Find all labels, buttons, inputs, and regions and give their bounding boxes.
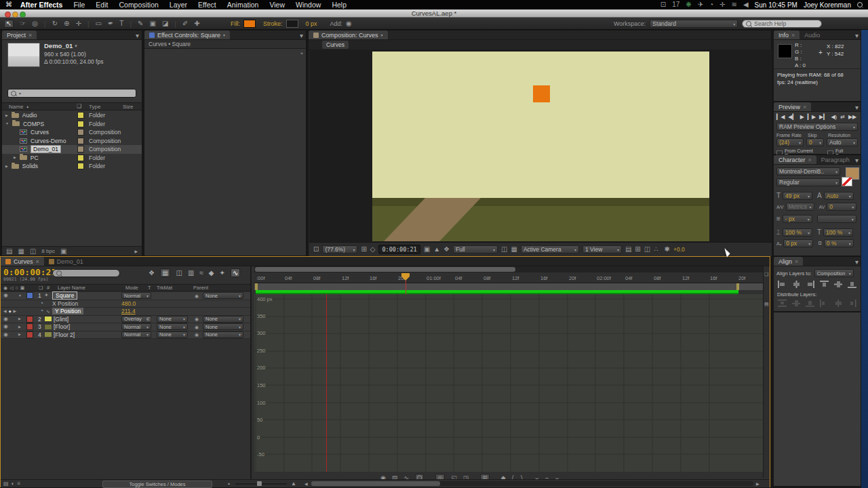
layer-name[interactable]: [Floor] — [54, 323, 70, 330]
stroke-width-value[interactable]: 0 px — [306, 20, 317, 27]
font-size-dropdown[interactable]: 49 px▾ — [783, 192, 812, 200]
viewer-timecode[interactable]: 0:00:00:21 — [378, 245, 420, 254]
project-item-name[interactable]: Demo_01 — [44, 42, 73, 49]
pickwhip-icon[interactable]: ◉ — [195, 293, 199, 298]
expand-icon[interactable]: ▶ — [5, 114, 8, 117]
frame-rate-dropdown[interactable]: (24)▾ — [776, 138, 804, 146]
next-keyframe-icon[interactable]: ▶ — [13, 309, 16, 313]
selection-tool[interactable]: ↖ — [4, 20, 14, 28]
font-family-dropdown[interactable]: Montreal-DemiB..▾ — [776, 167, 840, 176]
eye-icon[interactable]: ◉ — [3, 293, 8, 298]
zoom-out-mountain-icon[interactable]: ▲ — [227, 482, 231, 485]
camera-tool[interactable]: ⊕ — [64, 20, 69, 27]
ram-preview-button[interactable]: ▶▶ — [848, 114, 856, 120]
property-name[interactable]: X Position — [52, 300, 78, 307]
pickwhip-icon[interactable]: ◉ — [195, 317, 199, 321]
eraser-tool[interactable]: ◪ — [162, 20, 168, 27]
apple-menu[interactable]: ⌘ — [5, 1, 12, 8]
tracking-dropdown[interactable]: 0▾ — [827, 203, 856, 211]
transparency-grid-icon[interactable]: ▦ — [511, 246, 517, 253]
effect-controls-scroll-up-icon[interactable]: ▲ — [300, 51, 304, 55]
project-tab[interactable]: Project× — [2, 30, 37, 39]
layer-row-floor[interactable]: ◉ ▶ 3 [Floor] Normal▾ None▾ ◉ None▾ — [1, 323, 250, 331]
layer-row-glint[interactable]: ◉ ▶ 2 [Glint] Overlay▾ ◫ None▾ ◉ None▾ — [1, 316, 250, 324]
airplane-icon[interactable]: ✈ — [698, 1, 703, 8]
resolution-preview-dropdown[interactable]: Auto▾ — [827, 138, 858, 146]
leading-dropdown[interactable]: Auto▾ — [824, 192, 854, 200]
rotation-tool[interactable]: ↻ — [52, 20, 58, 27]
menu-composition[interactable]: Composition — [119, 1, 158, 9]
menu-view[interactable]: View — [269, 1, 285, 9]
timeline-button-icon[interactable]: ◫ — [644, 246, 650, 253]
zoom-tool[interactable]: ◎ — [32, 20, 38, 27]
collapse-icon[interactable]: ▼ — [5, 122, 9, 125]
expand-transfer-controls-icon[interactable]: ◐ — [12, 481, 15, 487]
work-area-end-handle[interactable] — [736, 283, 739, 290]
time-navigator-bar[interactable] — [255, 267, 515, 272]
hand-tool[interactable]: ☞ — [20, 20, 26, 27]
eye-icon[interactable]: ◉ — [3, 317, 8, 322]
graph-editor[interactable]: 400 px 350 300 250 200 150 100 50 0 -50 — [254, 294, 763, 472]
menu-animation[interactable]: Animation — [227, 1, 259, 9]
time-machine-icon[interactable]: ◔ — [709, 1, 713, 8]
vertical-scale-dropdown[interactable]: 100 %▾ — [783, 228, 812, 237]
trkmat-column[interactable]: TrkMat — [157, 285, 172, 291]
expand-triangle-icon[interactable]: ▶ — [18, 333, 21, 336]
menubar-clock[interactable]: Sun 10:45 PM — [755, 1, 797, 9]
pan-behind-tool[interactable]: ✛ — [75, 20, 81, 27]
layer-label-swatch[interactable] — [26, 292, 33, 299]
timeline-zoom-knob[interactable] — [257, 481, 262, 486]
align-tab[interactable]: Align× — [774, 257, 803, 266]
parent-column[interactable]: Parent — [193, 285, 208, 291]
align-left-icon[interactable] — [778, 281, 787, 288]
traffic-minimize[interactable] — [12, 12, 18, 18]
magnification-dropdown[interactable]: (77.6%)▾ — [322, 245, 357, 253]
first-frame-button[interactable]: ▎◀ — [776, 114, 785, 120]
puppet-pin-tool[interactable]: ✚ — [194, 20, 199, 27]
preview-panel-menu-icon[interactable]: ▾ — [855, 104, 859, 111]
eye-icon[interactable]: ◉ — [3, 332, 8, 338]
scroll-right-icon[interactable]: ▶ — [756, 482, 760, 486]
project-row-comps[interactable]: ▼ COMPS Folder — [2, 120, 142, 129]
keyframe-diamond-icon[interactable]: ◆ — [9, 310, 12, 313]
globe-icon[interactable]: ❋ — [686, 1, 691, 8]
column-size[interactable]: Size — [123, 104, 134, 110]
text-stroke-swatch[interactable] — [842, 177, 852, 186]
project-row-pc[interactable]: ▶ PC Folder — [2, 154, 142, 163]
label-swatch[interactable] — [77, 121, 84, 127]
snapshot-icon[interactable]: ▣ — [424, 246, 430, 253]
new-composition-icon[interactable]: ◫ — [30, 248, 36, 255]
expand-triangle-icon[interactable]: ▼ — [18, 294, 22, 298]
stroke-swatch[interactable] — [286, 20, 298, 28]
pickwhip-icon[interactable]: ◉ — [195, 325, 199, 329]
app-badge-17[interactable]: 17 — [672, 1, 679, 8]
parent-dropdown[interactable]: None▾ — [203, 292, 243, 299]
fill-swatch[interactable] — [243, 20, 256, 28]
composition-tab[interactable]: Composition: Curves ▾ — [309, 30, 388, 39]
distribute-left-icon[interactable] — [820, 300, 829, 307]
comp-marker-icon[interactable]: ❏ — [764, 272, 768, 277]
kerning-dropdown[interactable]: Metrics▾ — [786, 203, 814, 211]
resolution-dropdown[interactable]: Full▾ — [453, 245, 498, 253]
column-type[interactable]: Type — [89, 104, 100, 110]
project-panel-menu-icon[interactable]: ▾ — [136, 33, 139, 39]
eye-icon[interactable]: ◉ — [3, 324, 8, 329]
traffic-close[interactable] — [5, 12, 11, 18]
channels-icon[interactable]: ❖ — [443, 246, 450, 253]
layer-row-square[interactable]: ◉ ▼ 1 ✦ Square Normal▾ ◉ None▾ — [1, 292, 250, 300]
character-tab[interactable]: Character× — [774, 155, 816, 164]
type-tool[interactable]: T — [119, 20, 123, 27]
expand-triangle-icon[interactable]: ▶ — [18, 325, 21, 329]
distribute-vcenter-icon[interactable] — [792, 300, 801, 307]
layer-name[interactable]: [Floor 2] — [54, 331, 75, 338]
interpret-footage-icon[interactable]: ▤ — [6, 248, 12, 255]
trkmat-dropdown[interactable]: None▾ — [157, 331, 188, 338]
layer-row-floor-2[interactable]: ◉ ▶ 4 [Floor 2] Normal▾ None▾ ◉ None▾ — [1, 331, 250, 340]
workspace-dropdown[interactable]: Standard▾ — [650, 20, 738, 28]
composition-canvas[interactable] — [372, 52, 709, 241]
safe-zones-icon[interactable]: ⊞ — [361, 246, 366, 253]
always-preview-icon[interactable]: ⊡ — [313, 246, 319, 253]
last-frame-button[interactable]: ▶▎ — [819, 114, 827, 120]
project-bit-depth[interactable]: 8 bpc — [41, 248, 55, 254]
menu-window[interactable]: Window — [296, 1, 321, 9]
